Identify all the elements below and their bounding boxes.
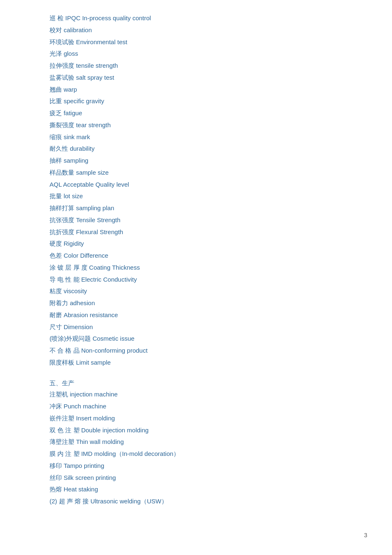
list-item: 抗张强度 Tensile Strength [50, 214, 367, 226]
list-item: 拉伸强度 tensile strength [50, 60, 367, 71]
list-item: 抗折强度 Flexural Strength [50, 226, 367, 238]
list-item: 环境试验 Environmental test [50, 36, 367, 48]
list-item: 膜 内 注 塑 IMD molding（In-mold decoration） [50, 448, 367, 460]
list-item: 薄壁注塑 Thin wall molding [50, 436, 367, 448]
list-item: AQL Acceptable Quality level [50, 179, 367, 190]
list-item: (2) 超 声 熔 接 Ultrasonic welding（USW） [50, 496, 367, 507]
list-item: 光泽 gloss [50, 48, 367, 59]
list-item: 抽样打算 sampling plan [50, 202, 367, 214]
list-item: 缩痕 sink mark [50, 131, 367, 143]
quality-terms-list: 巡 检 IPQC In-process quality control 校对 c… [50, 12, 367, 368]
list-item: 导 电 性 能 Electric Conductivity [50, 274, 367, 285]
list-item: 嵌件注塑 Insert molding [50, 413, 367, 424]
list-item: 丝印 Silk screen printing [50, 472, 367, 484]
production-section: 五、生产 注塑机 injection machine 冲床 Punch mach… [50, 377, 367, 507]
list-item: 撕裂强度 tear strength [50, 119, 367, 131]
list-item: 不 合 格 品 Non-conforming product [50, 345, 367, 356]
page-number: 3 [364, 532, 367, 538]
list-item: 色差 Color Difference [50, 250, 367, 261]
list-item: 校对 calibration [50, 24, 367, 36]
list-item: 样品数量 sample size [50, 167, 367, 178]
list-item: 翘曲 warp [50, 84, 367, 95]
section-title: 五、生产 [50, 379, 74, 387]
list-item: 冲床 Punch machine [50, 401, 367, 412]
list-item: 附着力 adhesion [50, 297, 367, 309]
list-item: (喷涂)外观问题 Cosmetic issue [50, 333, 367, 344]
list-item: 巡 检 IPQC In-process quality control [50, 12, 367, 24]
list-item: 批量 lot size [50, 190, 367, 202]
list-item: 耐磨 Abrasion resistance [50, 309, 367, 321]
list-item: 硬度 Rigidity [50, 238, 367, 249]
list-item: 尺寸 Dimension [50, 321, 367, 333]
list-item: 比重 specific gravity [50, 95, 367, 107]
list-item: 热熔 Heat staking [50, 484, 367, 495]
list-item: 疲乏 fatigue [50, 107, 367, 119]
list-item: 耐久性 durability [50, 143, 367, 154]
list-item: 抽样 sampling [50, 155, 367, 166]
list-item: 涂 镀 层 厚 度 Coating Thickness [50, 262, 367, 273]
main-content: 巡 检 IPQC In-process quality control 校对 c… [50, 12, 367, 507]
list-item: 盐雾试验 salt spray test [50, 72, 367, 83]
list-item: 移印 Tampo printing [50, 460, 367, 472]
list-item: 粘度 viscosity [50, 285, 367, 297]
list-item: 注塑机 injection machine [50, 389, 367, 400]
list-item: 限度样板 Limit sample [50, 357, 367, 368]
list-item: 双 色 注 塑 Double injection molding [50, 425, 367, 436]
